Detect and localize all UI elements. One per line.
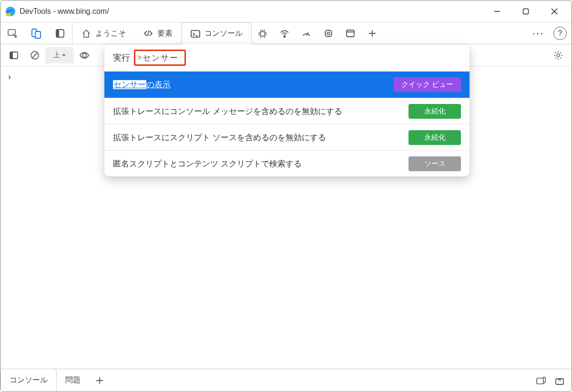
command-item-label: 拡張トレースにスクリプト ソースを含めるのを無効にする: [113, 132, 326, 143]
svg-point-12: [260, 31, 265, 36]
application-icon: [345, 28, 356, 39]
console-settings-button[interactable]: [548, 44, 569, 66]
svg-point-16: [327, 32, 330, 35]
command-input-text: センサー: [143, 52, 179, 63]
inspect-tool-group: [0, 22, 72, 44]
drawer-collapse-button[interactable]: [554, 375, 565, 386]
plus-icon: [367, 28, 378, 39]
tab-sources-icon[interactable]: [252, 22, 274, 44]
tab-elements[interactable]: 要素: [134, 22, 181, 44]
svg-rect-3: [523, 9, 529, 14]
command-item[interactable]: 拡張トレースにコンソール メッセージを含めるのを無効にする 永続化: [104, 98, 470, 124]
svg-rect-17: [347, 30, 354, 37]
drawer-add-tab-button[interactable]: [90, 369, 110, 392]
svg-point-13: [284, 36, 286, 38]
command-item-label: 匿名スクリプトとコンテンツ スクリプトで検索する: [113, 158, 302, 169]
drawer-tab-label: 問題: [65, 375, 81, 385]
svg-rect-6: [8, 30, 15, 35]
console-icon: [190, 29, 201, 39]
code-icon: [143, 28, 153, 39]
command-run-label: 実行: [113, 52, 130, 63]
drawer-tab-console[interactable]: コンソール: [0, 369, 57, 392]
tab-label: 要素: [157, 29, 173, 39]
bug-icon: [257, 28, 268, 39]
device-emulation-button[interactable]: [24, 22, 48, 44]
clear-console-button[interactable]: [24, 44, 45, 66]
svg-rect-10: [56, 30, 59, 37]
toggle-sidebar-button[interactable]: [3, 44, 24, 66]
command-menu-header: 実行 > センサー: [104, 44, 470, 71]
tab-application-icon[interactable]: [339, 22, 361, 44]
window-close-button[interactable]: [540, 0, 569, 22]
tab-memory-icon[interactable]: [317, 22, 339, 44]
command-menu-list: センサーの表示 クイック ビュー 拡張トレースにコンソール メッセージを含めるの…: [104, 71, 470, 176]
chevron-down-icon: [61, 52, 67, 58]
context-selector[interactable]: 上: [45, 47, 74, 63]
drawer-tab-label: コンソール: [10, 375, 48, 385]
wifi-icon: [279, 28, 290, 39]
tab-label: コンソール: [204, 29, 243, 39]
tab-label: ようこそ: [95, 29, 126, 39]
inspect-element-button[interactable]: [0, 22, 24, 44]
command-item[interactable]: 匿名スクリプトとコンテンツ スクリプトで検索する ソース: [104, 150, 470, 176]
tab-console[interactable]: コンソール: [181, 22, 252, 44]
window-title: DevTools - www.bing.com/: [20, 7, 483, 16]
command-item-badge: 永続化: [409, 104, 461, 119]
window-controls: [483, 0, 569, 22]
tab-performance-icon[interactable]: [296, 22, 317, 44]
more-tools-button[interactable]: ···: [527, 27, 550, 40]
command-item[interactable]: 拡張トレースにスクリプト ソースを含めるのを無効にする 永続化: [104, 124, 470, 150]
svg-rect-15: [326, 31, 331, 36]
svg-rect-22: [10, 52, 13, 59]
svg-rect-1: [6, 13, 10, 16]
tab-welcome[interactable]: ようこそ: [72, 22, 134, 44]
window-maximize-button[interactable]: [511, 0, 540, 22]
svg-rect-11: [191, 31, 200, 37]
command-item-badge: クイック ビュー: [394, 77, 461, 92]
svg-line-24: [32, 52, 38, 58]
command-item-label: 拡張トレースにコンソール メッセージを含めるのを無効にする: [113, 106, 342, 117]
chip-icon: [323, 28, 334, 39]
home-icon: [81, 28, 92, 39]
gauge-icon: [301, 28, 312, 39]
drawer-tabstrip: コンソール 問題: [0, 369, 572, 392]
svg-point-25: [82, 53, 86, 57]
live-expression-button[interactable]: [74, 44, 95, 66]
drawer-tab-issues[interactable]: 問題: [57, 369, 90, 392]
context-label: 上: [53, 51, 60, 60]
command-item-badge: 永続化: [409, 130, 461, 145]
command-menu: 実行 > センサー センサーの表示 クイック ビュー 拡張トレースにコンソール …: [104, 44, 470, 176]
command-input-prefix: >: [137, 53, 142, 62]
drawer-computed-button[interactable]: [535, 375, 546, 386]
window-minimize-button[interactable]: [483, 0, 511, 22]
help-button[interactable]: ?: [553, 27, 567, 40]
svg-rect-29: [537, 378, 543, 384]
main-tabstrip: ようこそ 要素 コンソール: [0, 22, 572, 44]
command-item-label: センサーの表示: [113, 79, 171, 90]
command-input[interactable]: > センサー: [134, 50, 186, 66]
console-panel: › 実行 > センサー センサーの表示 クイック ビュー 拡張トレースにコンソー…: [0, 66, 572, 369]
add-tab-button[interactable]: [361, 22, 383, 44]
svg-rect-8: [35, 31, 41, 38]
command-item[interactable]: センサーの表示 クイック ビュー: [104, 72, 470, 98]
tab-network-icon[interactable]: [274, 22, 296, 44]
edge-devtools-app-icon: [5, 6, 16, 17]
plus-icon: [95, 376, 104, 385]
window-titlebar: DevTools - www.bing.com/: [0, 0, 572, 22]
svg-point-26: [557, 54, 560, 57]
command-item-badge: ソース: [409, 156, 461, 171]
dock-side-button[interactable]: [48, 22, 72, 44]
